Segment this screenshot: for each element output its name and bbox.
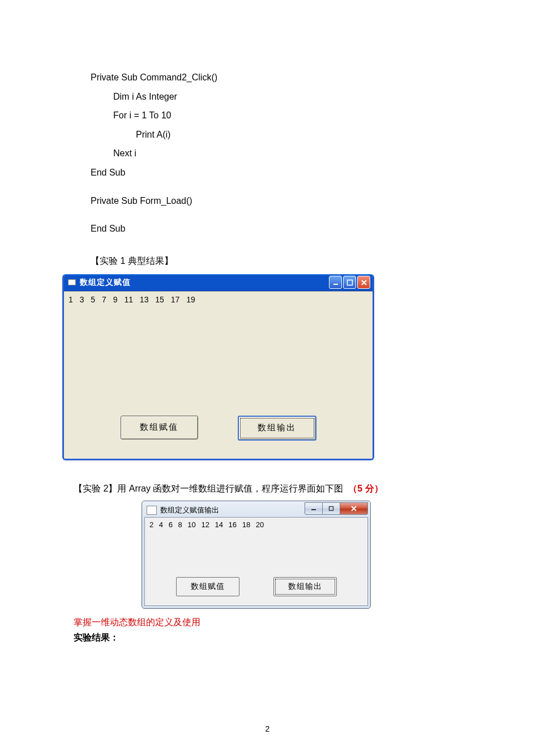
code-line: For i = 1 To 10: [91, 106, 478, 125]
score-text: （5 分）: [348, 484, 383, 493]
assign-button[interactable]: 数组赋值: [121, 416, 198, 439]
svg-rect-3: [329, 506, 333, 510]
window-xp: 数组定义赋值 1 3 5 7 9 11 13 15 17 19 数组赋值: [62, 274, 374, 460]
maximize-button[interactable]: [343, 276, 356, 289]
code-block: Private Sub Command2_Click() Dim i As In…: [91, 68, 478, 238]
output-text: 2 4 6 8 10 12 14 16 18 20: [149, 520, 264, 529]
close-button[interactable]: [340, 502, 368, 515]
code-line: End Sub: [91, 219, 478, 238]
app-icon: [147, 506, 157, 515]
button-label: 数组输出: [258, 422, 296, 433]
red-note: 掌握一维动态数组的定义及使用: [74, 617, 478, 629]
assign-button[interactable]: 数组赋值: [176, 577, 239, 596]
code-line: Dim i As Integer: [91, 87, 478, 106]
window-title: 数组定义赋值输出: [160, 505, 305, 515]
output-button[interactable]: 数组输出: [238, 416, 316, 441]
code-line: Private Sub Command2_Click(): [91, 68, 478, 87]
experiment-2-caption: 【实验 2】用 Array 函数对一维数组进行赋值，程序运行界面如下图 （5 分…: [74, 483, 478, 495]
button-label: 数组输出: [288, 582, 322, 592]
xp-titlebar[interactable]: 数组定义赋值: [64, 274, 373, 291]
output-text: 1 3 5 7 9 11 13 15 17 19: [69, 295, 195, 304]
section-1-label: 【实验 1 典型结果】: [91, 255, 478, 267]
window-7: 数组定义赋值输出 2 4 6 8 10 12 14 16 18 20 数组赋值: [142, 501, 371, 609]
code-line: Private Sub Form_Load(): [91, 191, 478, 211]
svg-rect-1: [347, 280, 352, 285]
code-line: End Sub: [91, 163, 478, 182]
button-label: 数组赋值: [191, 582, 225, 592]
w7-client-area: 2 4 6 8 10 12 14 16 18 20 数组赋值 数组输出: [144, 517, 368, 606]
maximize-button[interactable]: [323, 502, 340, 515]
minimize-button[interactable]: [329, 276, 342, 289]
close-button[interactable]: [357, 276, 370, 289]
w7-titlebar[interactable]: 数组定义赋值输出: [144, 503, 368, 517]
window-title: 数组定义赋值: [80, 277, 326, 288]
code-line: Print A(i): [91, 125, 478, 144]
app-icon: [67, 279, 76, 287]
button-label: 数组赋值: [140, 422, 178, 433]
code-line: Next i: [91, 144, 478, 163]
caption-text: 【实验 2】用 Array 函数对一维数组进行赋值，程序运行界面如下图: [74, 484, 343, 493]
output-button[interactable]: 数组输出: [273, 577, 337, 596]
xp-client-area: 1 3 5 7 9 11 13 15 17 19 数组赋值 数组输出: [64, 291, 373, 459]
result-label: 实验结果：: [74, 632, 478, 644]
minimize-button[interactable]: [305, 502, 323, 515]
page-number: 2: [0, 724, 535, 733]
svg-rect-2: [311, 509, 316, 510]
svg-rect-0: [333, 284, 338, 285]
